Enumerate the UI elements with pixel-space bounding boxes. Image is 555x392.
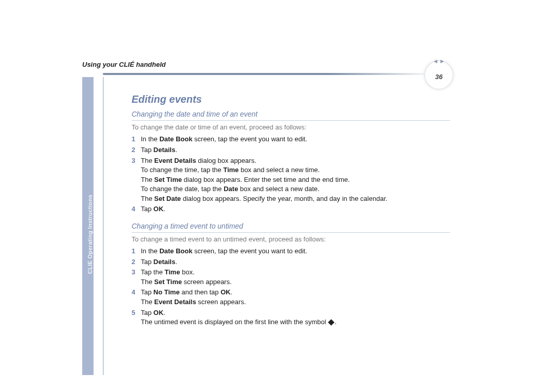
bold-text: Event Details — [154, 157, 196, 164]
step-line: The Set Time dialog box appears. Enter t… — [141, 175, 450, 184]
step: 1In the Date Book screen, tap the event … — [132, 135, 450, 144]
bold-text: Details — [154, 146, 176, 154]
step-body: In the Date Book screen, tap the event y… — [141, 135, 450, 144]
chapter-header: Using your CLIÉ handheld — [82, 61, 473, 68]
step-body: In the Date Book screen, tap the event y… — [141, 247, 450, 256]
step: 2Tap Details. — [132, 145, 450, 155]
step-line: The Set Date dialog box appears. Specify… — [141, 194, 450, 203]
step-number: 4 — [132, 204, 141, 214]
step: 4Tap OK. — [132, 204, 450, 214]
intro-text-1: To change the date or time of an event, … — [132, 123, 450, 132]
step: 3Tap the Time box.The Set Time screen ap… — [132, 268, 450, 287]
step-body: The Event Details dialog box appears.To … — [141, 156, 450, 204]
step-number: 2 — [132, 257, 141, 267]
step-list-1: 1In the Date Book screen, tap the event … — [132, 135, 450, 214]
step-line: Tap Details. — [141, 257, 450, 267]
bold-text: Time — [223, 166, 238, 174]
step-body: Tap OK.The untimed event is displayed on… — [141, 308, 450, 327]
step-list-2: 1In the Date Book screen, tap the event … — [132, 247, 450, 327]
main-content: Editing events Changing the date and tim… — [132, 92, 450, 328]
subsection-heading-1: Changing the date and time of an event — [132, 109, 450, 121]
step: 1In the Date Book screen, tap the event … — [132, 247, 450, 256]
step-number: 1 — [132, 135, 141, 144]
intro-text-2: To change a timed event to an untimed ev… — [132, 235, 450, 244]
step-number: 1 — [132, 247, 141, 256]
bold-text: OK — [154, 205, 164, 213]
step-line: In the Date Book screen, tap the event y… — [141, 135, 450, 144]
bold-text: OK — [220, 288, 231, 296]
step-number: 4 — [132, 288, 141, 307]
step-line: To change the time, tap the Time box and… — [141, 165, 450, 175]
nav-prev-icon[interactable]: ◀ — [434, 59, 437, 64]
step-body: Tap Details. — [141, 257, 450, 267]
step-line: The Set Time screen appears. — [141, 277, 450, 287]
bold-text: Date — [224, 185, 238, 193]
bold-text: No Time — [154, 288, 180, 296]
bold-text: Event Details — [154, 298, 196, 306]
header-rule — [103, 73, 424, 75]
step: 2Tap Details. — [132, 257, 450, 267]
step-line: Tap the Time box. — [141, 268, 450, 277]
bold-text: Set Date — [154, 195, 181, 202]
diamond-icon — [328, 319, 335, 326]
step: 5Tap OK.The untimed event is displayed o… — [132, 308, 450, 327]
step-line: To change the date, tap the Date box and… — [141, 184, 450, 194]
step-line: Tap OK. — [141, 204, 450, 214]
step-body: Tap the Time box.The Set Time screen app… — [141, 268, 450, 287]
step-line: The untimed event is displayed on the fi… — [141, 318, 450, 327]
vertical-rule — [103, 77, 104, 375]
step-number: 3 — [132, 156, 141, 204]
bold-text: Date Book — [159, 247, 192, 255]
step-body: Tap OK. — [141, 204, 450, 214]
subsection-heading-2: Changing a timed event to untimed — [132, 221, 450, 233]
step: 3The Event Details dialog box appears.To… — [132, 156, 450, 204]
bold-text: Time — [164, 268, 180, 276]
nav-next-icon[interactable]: ▶ — [440, 59, 444, 64]
step-body: Tap No Time and then tap OK.The Event De… — [141, 288, 450, 307]
step-line: Tap OK. — [141, 308, 450, 318]
bold-text: OK — [154, 309, 164, 316]
section-title: Editing events — [132, 92, 450, 106]
page-number: 36 — [435, 73, 442, 81]
bold-text: Date Book — [159, 135, 192, 143]
step-body: Tap Details. — [141, 145, 450, 155]
step-number: 5 — [132, 308, 141, 327]
step-line: Tap Details. — [141, 145, 450, 155]
bold-text: Set Time — [154, 176, 182, 183]
side-tab: CLIE Operating Instructions — [82, 77, 94, 375]
step-number: 2 — [132, 145, 141, 155]
step-line: The Event Details dialog box appears. — [141, 156, 450, 165]
bold-text: Details — [154, 258, 176, 266]
side-tab-label: CLIE Operating Instructions — [87, 185, 93, 283]
step-number: 3 — [132, 268, 141, 287]
step-line: The Event Details screen appears. — [141, 297, 450, 307]
bold-text: Set Time — [154, 278, 182, 286]
step-line: Tap No Time and then tap OK. — [141, 288, 450, 297]
page-number-badge: ◀ ▶ 36 — [424, 61, 453, 89]
step-line: In the Date Book screen, tap the event y… — [141, 247, 450, 256]
step: 4Tap No Time and then tap OK.The Event D… — [132, 288, 450, 307]
